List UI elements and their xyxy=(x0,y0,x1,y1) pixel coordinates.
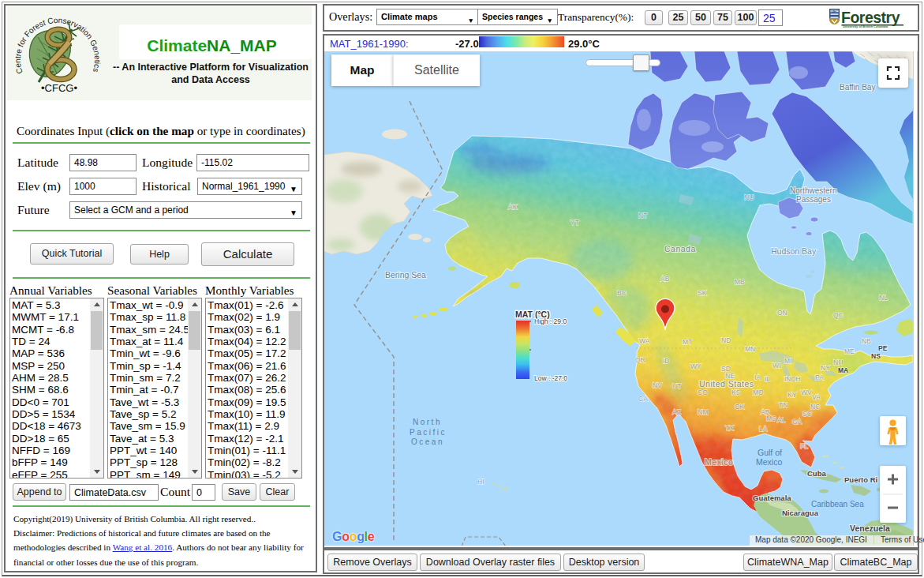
svg-text:HI: HI xyxy=(477,478,484,486)
svg-text:GA: GA xyxy=(792,418,802,426)
svg-text:AL: AL xyxy=(777,416,786,424)
svg-text:MI: MI xyxy=(784,357,791,365)
svg-text:Puerto Ri: Puerto Ri xyxy=(844,475,877,484)
svg-text:PE: PE xyxy=(878,344,888,352)
svg-text:KY: KY xyxy=(787,391,797,399)
svg-text:ME: ME xyxy=(844,347,855,355)
svg-text:MT: MT xyxy=(683,338,692,346)
svg-text:NE: NE xyxy=(725,372,735,380)
svg-text:Nicaragua: Nicaragua xyxy=(782,509,819,517)
svg-text:AK: AK xyxy=(508,203,518,211)
svg-text:VA: VA xyxy=(812,393,821,401)
svg-text:IA: IA xyxy=(754,373,761,381)
svg-text:QC: QC xyxy=(833,311,844,319)
svg-text:PA: PA xyxy=(815,373,824,381)
svg-text:NB: NB xyxy=(862,337,871,345)
svg-text:CO: CO xyxy=(698,388,708,396)
svg-text:Northwestern: Northwestern xyxy=(790,186,836,195)
svg-text:Pacific: Pacific xyxy=(410,428,447,437)
svg-text:MB: MB xyxy=(735,278,745,286)
svg-text:North: North xyxy=(413,418,442,426)
svg-text:CA: CA xyxy=(638,395,648,403)
svg-text:UBC: UBC xyxy=(831,9,838,13)
svg-text:Mexico: Mexico xyxy=(756,457,782,467)
svg-text:OH: OH xyxy=(791,375,801,383)
svg-text:Ocean: Ocean xyxy=(411,437,444,446)
svg-text:IL: IL xyxy=(765,375,770,383)
svg-text:Low : -27.0: Low : -27.0 xyxy=(534,374,567,382)
svg-text:NV: NV xyxy=(653,381,662,389)
svg-text:FL: FL xyxy=(800,442,808,450)
svg-text:SC: SC xyxy=(802,410,812,418)
svg-text:NH: NH xyxy=(833,358,843,366)
svg-text:OK: OK xyxy=(735,403,745,411)
svg-text:AZ: AZ xyxy=(672,408,681,416)
svg-text:University of British Columbia: University of British Columbia xyxy=(843,24,888,28)
svg-text:NL: NL xyxy=(879,294,888,302)
svg-text:Caribbean Sea: Caribbean Sea xyxy=(811,500,864,509)
svg-text:Passages: Passages xyxy=(796,195,831,204)
svg-text:MA: MA xyxy=(838,366,848,374)
svg-text:ID: ID xyxy=(663,357,670,365)
svg-text:Bering Sea: Bering Sea xyxy=(385,270,426,280)
svg-text:WY: WY xyxy=(690,362,701,370)
svg-text:WA: WA xyxy=(639,337,650,345)
svg-text:Guatemala: Guatemala xyxy=(753,494,791,502)
svg-text:LA: LA xyxy=(759,425,768,433)
svg-text:NY: NY xyxy=(821,364,830,372)
svg-text:NU: NU xyxy=(744,193,754,201)
svg-text:NT: NT xyxy=(638,212,647,220)
svg-text:Forestry: Forestry xyxy=(841,9,900,26)
svg-text:ON: ON xyxy=(777,309,787,317)
svg-text:YT: YT xyxy=(570,219,579,227)
svg-text:NM: NM xyxy=(698,408,708,416)
svg-text:MS: MS xyxy=(766,415,776,422)
svg-text:Mexico: Mexico xyxy=(705,457,733,467)
svg-text:Canada: Canada xyxy=(664,244,696,253)
svg-text:BC: BC xyxy=(617,289,627,297)
svg-text:NC: NC xyxy=(810,403,820,411)
svg-text:•CFCG•: •CFCG• xyxy=(41,82,77,94)
svg-text:OR: OR xyxy=(635,356,645,364)
svg-text:WV: WV xyxy=(801,388,812,396)
svg-text:TN: TN xyxy=(779,401,787,409)
svg-text:Hudson Bay: Hudson Bay xyxy=(771,246,817,256)
svg-text:ND: ND xyxy=(721,336,731,344)
svg-text:AB: AB xyxy=(660,275,670,283)
svg-text:SK: SK xyxy=(698,289,707,297)
svg-text:TX: TX xyxy=(725,424,734,432)
svg-text:Venezuela: Venezuela xyxy=(850,524,890,533)
svg-text:Gulf of: Gulf of xyxy=(758,448,782,457)
svg-text:KS: KS xyxy=(731,388,741,396)
svg-text:United States: United States xyxy=(699,379,754,388)
svg-text:MN: MN xyxy=(745,345,755,353)
svg-text:High : 29.0: High : 29.0 xyxy=(534,317,567,325)
svg-text:NS: NS xyxy=(871,352,881,360)
svg-text:Baffin Bay: Baffin Bay xyxy=(840,83,875,92)
svg-text:UT: UT xyxy=(672,382,681,390)
svg-text:WI: WI xyxy=(772,362,780,370)
svg-text:Cuba: Cuba xyxy=(807,469,826,478)
svg-text:MO: MO xyxy=(753,388,764,396)
